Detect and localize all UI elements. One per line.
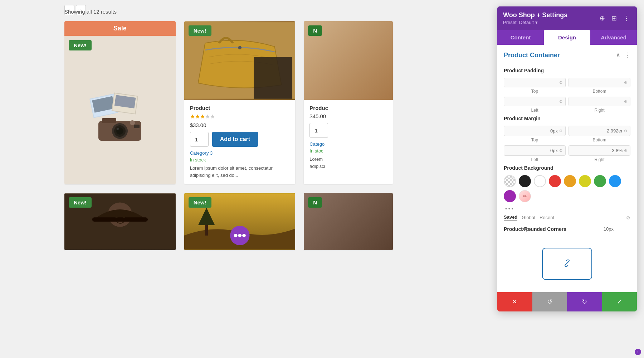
swatch-purple[interactable] [504, 190, 516, 202]
swatch-green[interactable] [594, 175, 606, 187]
margin-section-title: Product Margin [504, 116, 630, 121]
collapse-button[interactable]: ∧ [616, 51, 620, 59]
padding-top-field: ⊘ Top [504, 78, 566, 94]
more-options-button[interactable]: ⋮ [624, 51, 630, 59]
panel-actions: ✕ ↺ ↻ ✓ [497, 292, 637, 311]
margin-left-label: Left [531, 157, 538, 162]
swatch-blue[interactable] [609, 175, 621, 187]
color-swatches: ✏ [504, 175, 630, 202]
product-image: New! [64, 36, 176, 184]
category-link[interactable]: Category 3 [190, 150, 290, 156]
cancel-button[interactable]: ✕ [497, 292, 532, 311]
margin-bottom-input[interactable]: 2.992er ⊘ [569, 126, 630, 136]
color-tab-global[interactable]: Global [522, 215, 535, 221]
margin-top-value: 0px [550, 128, 558, 134]
product-image: N [304, 21, 393, 100]
margin-right-input[interactable]: 3.8% ⊘ [569, 145, 630, 156]
camera-illustration [80, 89, 159, 146]
quantity-input[interactable] [309, 123, 328, 138]
product-card: New! Product [184, 21, 296, 184]
badge-new: New! [69, 197, 92, 208]
rounded-corners-wrap: 10px 10px 10px 10px [504, 236, 630, 288]
swatch-orange[interactable] [564, 175, 576, 187]
link-icon: ⊘ [559, 129, 562, 133]
more-swatches: • • • [504, 206, 630, 212]
corners-container: 10px 10px 10px 10px [521, 236, 614, 288]
category-link[interactable]: Catego [309, 141, 387, 147]
color-tab-recent[interactable]: Recent [540, 215, 554, 221]
product-name: Produc [309, 105, 387, 111]
panel-grid-icon[interactable]: ⊞ [610, 14, 618, 23]
color-settings-icon[interactable]: ⚙ [626, 215, 630, 221]
panel-body: Product Container ∧ ⋮ Product Padding ⊘ … [497, 45, 637, 288]
container-actions: ∧ ⋮ [616, 51, 630, 59]
product-card: Sale New! [64, 21, 176, 184]
product-body: Produc $45.00 Catego In stoc Loremadipis… [304, 100, 393, 175]
product-image-partial: N [304, 193, 393, 250]
panel-title: Woo Shop + Settings [503, 11, 567, 19]
product-body: Product ★★★★★ $33.00 Add to cart Categor… [184, 100, 296, 184]
margin-top-input[interactable]: 0px ⊘ [504, 126, 566, 136]
swatch-transparent[interactable] [504, 175, 516, 187]
panel-more-icon[interactable]: ⋮ [622, 14, 631, 23]
cart-row [309, 123, 387, 138]
panel-header-left: Woo Shop + Settings Preset: Default ▾ [503, 11, 567, 25]
swatch-red[interactable] [549, 175, 561, 187]
panel-header-icons: ⊕ ⊞ ⋮ [598, 14, 631, 23]
padding-grid: ⊘ Top ⊘ Bottom ⊘ Left [504, 78, 630, 113]
resize-handle[interactable]: ↕ [635, 349, 641, 355]
product-stars: ★★★★★ [190, 113, 290, 120]
container-header: Product Container ∧ ⋮ [504, 51, 630, 62]
link-icon: ⊘ [559, 99, 562, 104]
margin-left-value: 0px [550, 148, 558, 153]
cart-row: Add to cart [190, 132, 290, 147]
pencil-icon: ✏ [523, 193, 527, 199]
svg-point-13 [130, 120, 135, 125]
product-card-landscape: New! [184, 193, 296, 250]
panel-target-icon[interactable]: ⊕ [598, 14, 606, 23]
badge-new: N [308, 197, 322, 208]
svg-point-16 [238, 46, 241, 49]
stock-status: In stoc [309, 148, 387, 154]
tab-advanced[interactable]: Advanced [590, 30, 637, 45]
padding-bottom-input-wrap: ⊘ [569, 78, 630, 87]
swatch-pencil[interactable]: ✏ [519, 190, 531, 202]
tab-content[interactable]: Content [497, 30, 544, 45]
panel-header: Woo Shop + Settings Preset: Default ▾ ⊕ … [497, 6, 637, 30]
margin-left-input[interactable]: 0px ⊘ [504, 145, 566, 156]
margin-bottom-value: 2.992er [607, 128, 623, 134]
save-button[interactable]: ✓ [602, 292, 637, 311]
product-image-landscape: New! [184, 193, 296, 250]
add-to-cart-button[interactable]: Add to cart [212, 132, 258, 147]
product-card-partial-bottom: N [304, 193, 393, 250]
svg-point-29 [242, 234, 246, 237]
product-grid-bottom: New! New! [64, 193, 415, 250]
svg-rect-14 [134, 125, 140, 128]
margin-grid: 0px ⊘ Top 2.992er ⊘ Bottom 0px ⊘ Left [504, 126, 630, 162]
svg-point-21 [115, 215, 118, 218]
swatch-white[interactable] [534, 175, 546, 187]
redo-button[interactable]: ↻ [567, 292, 602, 311]
background-section-title: Product Background [504, 165, 630, 171]
swatch-black[interactable] [519, 175, 531, 187]
quantity-input[interactable] [190, 132, 209, 147]
margin-top-field: 0px ⊘ Top [504, 126, 566, 142]
product-grid: Sale New! [64, 21, 415, 184]
corner-tr-value: 10px [604, 226, 614, 232]
svg-rect-20 [92, 217, 148, 222]
tab-design[interactable]: Design [544, 30, 590, 45]
undo-button[interactable]: ↺ [532, 292, 567, 311]
more-dots-label: • • • [505, 206, 513, 212]
padding-right-input-wrap: ⊘ [569, 97, 630, 106]
product-card-hat: New! [64, 193, 176, 250]
swatch-yellow[interactable] [579, 175, 591, 187]
product-image-hat: New! [64, 193, 176, 250]
badge-new: New! [189, 197, 211, 208]
svg-point-27 [234, 234, 237, 237]
margin-right-value: 3.8% [612, 148, 623, 153]
panel-tabs: Content Design Advanced [497, 30, 637, 45]
color-tab-saved[interactable]: Saved [504, 214, 517, 221]
padding-left-input-wrap: ⊘ [504, 97, 566, 106]
product-price: $33.00 [190, 122, 290, 128]
product-name: Product [190, 105, 290, 111]
